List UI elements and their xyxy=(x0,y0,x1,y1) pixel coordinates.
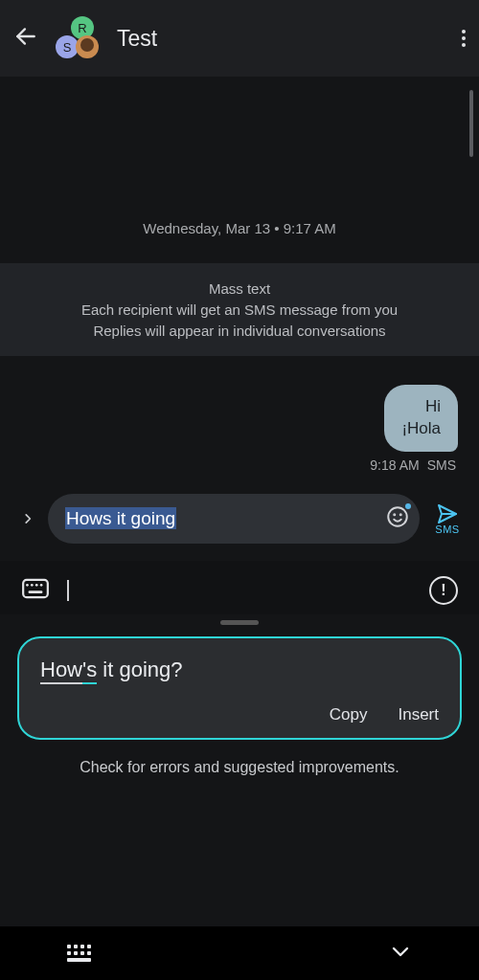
copy-button[interactable]: Copy xyxy=(330,705,368,724)
emoji-icon[interactable] xyxy=(385,504,410,533)
suggestion-tip: Check for errors and suggested improveme… xyxy=(17,759,462,776)
scrollbar[interactable] xyxy=(469,90,473,157)
message-via: SMS xyxy=(427,457,456,473)
grammar-suggestion-card[interactable]: How's it going? Copy Insert xyxy=(17,636,462,740)
date-divider: Wednesday, Mar 13 • 9:17 AM xyxy=(0,220,479,236)
expand-attachments-icon[interactable] xyxy=(21,508,34,530)
insert-button[interactable]: Insert xyxy=(398,705,439,724)
send-button[interactable]: SMS xyxy=(433,502,462,535)
more-options-icon[interactable] xyxy=(462,27,466,50)
compose-input[interactable]: Hows it going xyxy=(48,494,420,544)
sent-message-bubble[interactable]: Hi ¡Hola xyxy=(384,385,458,452)
alert-icon[interactable]: ! xyxy=(429,576,458,605)
switch-keyboard-icon[interactable] xyxy=(67,945,91,962)
avatar-photo xyxy=(76,35,99,58)
compose-text[interactable]: Hows it going xyxy=(65,508,376,529)
mass-text-banner: Mass text Each recipient will get an SMS… xyxy=(0,263,479,356)
keyboard-icon[interactable] xyxy=(21,578,50,603)
svg-rect-6 xyxy=(23,580,48,597)
banner-line2: Each recipient will get an SMS message f… xyxy=(29,300,450,321)
banner-line1: Mass text xyxy=(29,278,450,300)
back-button[interactable] xyxy=(13,24,38,53)
drag-handle[interactable] xyxy=(220,620,259,625)
banner-line3: Replies will appear in individual conver… xyxy=(29,321,450,342)
text-cursor xyxy=(67,580,69,601)
svg-point-1 xyxy=(388,507,407,526)
send-label: SMS xyxy=(435,523,459,535)
collapse-keyboard-icon[interactable] xyxy=(389,940,412,967)
message-time: 9:18 AM xyxy=(370,457,419,473)
svg-point-2 xyxy=(394,514,395,515)
suggestion-text: How's it going? xyxy=(40,657,439,684)
group-avatar[interactable]: R S xyxy=(54,16,98,60)
svg-point-3 xyxy=(400,514,401,515)
conversation-title[interactable]: Test xyxy=(117,26,446,52)
